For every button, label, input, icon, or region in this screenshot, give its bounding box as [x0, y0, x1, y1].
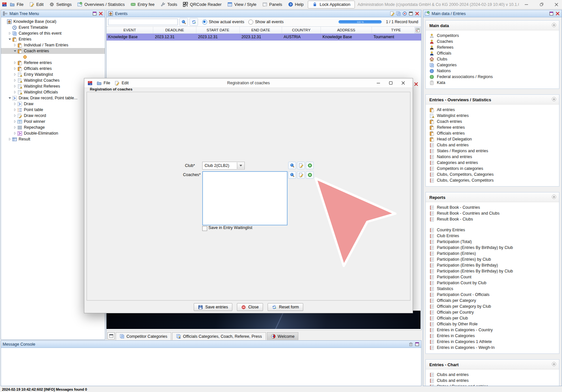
- tree-expander-icon[interactable]: [13, 79, 17, 82]
- list-item-head-of-delegation[interactable]: Head of Delegation: [429, 136, 557, 142]
- tree-item-node[interactable]: [1, 54, 105, 60]
- list-item-officials-entries[interactable]: Officials entries: [429, 130, 557, 136]
- column-header-start-date[interactable]: START DATE: [196, 27, 240, 33]
- tree-expander-icon[interactable]: [13, 126, 17, 129]
- tree-item-referee-entries[interactable]: Referee entries: [1, 60, 105, 66]
- tree-expander-icon[interactable]: [13, 120, 17, 123]
- event-row[interactable]: Knowledge Base2023.12.312023.12.312023.1…: [107, 34, 421, 41]
- tree-expander-icon[interactable]: [13, 73, 17, 76]
- refresh-button[interactable]: [190, 18, 198, 26]
- tree-expander-icon[interactable]: [13, 102, 17, 106]
- tree-expander-icon[interactable]: [13, 43, 17, 47]
- list-item-competitors-in-categories[interactable]: Competitors in categories: [429, 166, 557, 172]
- tree-expander-icon[interactable]: [13, 90, 17, 94]
- dialog-menu-file[interactable]: File: [94, 81, 112, 86]
- copy-events-icon[interactable]: [396, 11, 401, 16]
- section-title[interactable]: Entries - Overviews / Statistics: [426, 95, 559, 105]
- tree-expander-icon[interactable]: [13, 132, 17, 135]
- tree-item-individual-team-entries[interactable]: Individual / Team Entries: [1, 42, 105, 48]
- list-item-participation-count-by-club[interactable]: Participation Count by Club: [429, 280, 557, 286]
- list-item-participation-entries-by-club[interactable]: Participation (Entries) by Club: [429, 256, 557, 262]
- club-select[interactable]: Club 2(CLB2): [202, 162, 245, 170]
- list-item-clubs-and-entries[interactable]: Clubs and entries: [429, 142, 557, 148]
- save-in-entry-waitinglist-checkbox[interactable]: [202, 226, 207, 231]
- lock-application-button[interactable]: Lock Application: [308, 1, 355, 8]
- list-item-clubs-and-entries[interactable]: Clubs and entries: [429, 378, 557, 384]
- maximize-events-panel-icon[interactable]: [408, 11, 413, 16]
- menu-tools[interactable]: Tools: [157, 0, 180, 9]
- menu-view-style[interactable]: View / Style: [224, 0, 259, 9]
- column-header-deadline[interactable]: DEADLINE: [153, 27, 196, 33]
- tree-expander-icon[interactable]: [8, 38, 12, 41]
- maximize-right-panel-icon[interactable]: [549, 11, 554, 16]
- dialog-close-button[interactable]: [397, 78, 409, 88]
- dialog-menu-edit[interactable]: Edit: [112, 81, 131, 86]
- list-item-officials-per-category-by-club[interactable]: Officials per Category by Club: [429, 303, 557, 309]
- column-header-address[interactable]: ADDRESS: [321, 27, 372, 33]
- club-search-button[interactable]: [288, 162, 296, 169]
- list-item-referees[interactable]: Referees: [429, 44, 557, 50]
- section-title[interactable]: Main data: [426, 21, 559, 30]
- tree-expander-icon[interactable]: [13, 61, 17, 64]
- search-button[interactable]: [179, 18, 188, 26]
- list-item-entries-in-categories-weigh-in[interactable]: Entries in Categories - Weigh-In: [429, 345, 557, 351]
- menu-qrcode-reader[interactable]: QRCode Reader: [180, 0, 224, 9]
- list-item-clubs[interactable]: Clubs: [429, 56, 557, 62]
- list-item-categories-and-entries[interactable]: Categories and entries: [429, 160, 557, 166]
- list-item-officials-per-club[interactable]: Officials per Club: [429, 315, 557, 321]
- tab-welcome[interactable]: Welcome: [267, 332, 299, 340]
- clear-console-icon[interactable]: [408, 342, 413, 347]
- tree-expander-icon[interactable]: [13, 67, 17, 70]
- save-entries-button[interactable]: Save entries: [194, 303, 232, 311]
- list-item-categories[interactable]: Categories: [429, 62, 557, 68]
- list-item-officials-per-category[interactable]: Officials per Category: [429, 298, 557, 303]
- list-item-entries-in-categories[interactable]: Entries in Categories: [429, 333, 557, 339]
- column-options-button[interactable]: [415, 27, 421, 33]
- list-item-nations[interactable]: Nations: [429, 68, 557, 74]
- list-item-result-book-countries[interactable]: Result Book - Countries: [429, 204, 557, 210]
- list-item-referee-entries[interactable]: Referee entries: [429, 124, 557, 130]
- list-item-statistics[interactable]: Statistics: [429, 286, 557, 292]
- list-item-entries-in-categories-country[interactable]: Entries in Categories - Country: [429, 327, 557, 333]
- list-item-participation-entries[interactable]: Participation (Entries): [429, 251, 557, 256]
- coaches-add-button[interactable]: [306, 171, 314, 179]
- tree-item-officials-entries[interactable]: Officials entries: [1, 66, 105, 72]
- refresh-events-icon[interactable]: [402, 11, 407, 16]
- collapse-section-icon[interactable]: [552, 362, 556, 367]
- close-button[interactable]: Close: [237, 303, 263, 311]
- list-item-participation-entries-by-birthday-by-club[interactable]: Participation (Entries By Birthday) by C…: [429, 268, 557, 274]
- window-close-button[interactable]: [549, 0, 562, 9]
- list-item-states-regions-and-entries[interactable]: States / Regions and entries: [429, 384, 557, 386]
- list-item-coaches[interactable]: Coaches: [429, 39, 557, 44]
- column-header-end-date[interactable]: END DATE: [240, 27, 282, 33]
- dialog-minimize-button[interactable]: [372, 78, 385, 88]
- tab-competitor-categories[interactable]: Competitor Categories: [116, 332, 171, 340]
- list-item-result-book-clubs[interactable]: Result Book - Clubs: [429, 216, 557, 222]
- menu-file[interactable]: File: [7, 0, 26, 9]
- tree-item-knowledge-base-local[interactable]: Knowledge Base (local): [1, 19, 105, 24]
- list-item-result-book-countries-and-clubs[interactable]: Result Book - Countries and Clubs: [429, 210, 557, 216]
- list-item-entries-in-categories-1-athlete[interactable]: Entries in Categories 1 Athlete: [429, 339, 557, 345]
- list-item-participation-entries-by-birthday[interactable]: Participation (Entries By Birthday): [429, 262, 557, 268]
- list-item-officials-by-other-role[interactable]: Officials by Other Role: [429, 321, 557, 327]
- column-header-country[interactable]: COUNTRY: [282, 27, 321, 33]
- tree-item-entries[interactable]: Entries: [1, 36, 105, 42]
- close-events-panel-icon[interactable]: [415, 11, 420, 16]
- list-item-waitinglist-entries[interactable]: Waitinglist entries: [429, 113, 557, 119]
- list-item-club-entries[interactable]: Club Entries: [429, 233, 557, 239]
- maximize-tree-panel-icon[interactable]: [92, 11, 97, 16]
- window-restore-button[interactable]: [534, 0, 549, 9]
- menu-entry-fee[interactable]: Entry fee: [128, 0, 157, 9]
- close-right-panel-icon[interactable]: [555, 11, 560, 16]
- tree-expander-icon[interactable]: [13, 108, 17, 111]
- list-item-officials[interactable]: Officials: [429, 50, 557, 56]
- tree-expander-icon[interactable]: [13, 49, 17, 53]
- tree-item-event-timetable[interactable]: Event Timetable: [1, 24, 105, 30]
- list-item-participation-count-officials[interactable]: Participation Count - Officials: [429, 292, 557, 298]
- show-actual-events-radio[interactable]: [202, 20, 207, 24]
- tree-expander-icon[interactable]: [13, 114, 17, 117]
- list-item-all-entries[interactable]: All entries: [429, 107, 557, 113]
- collapse-section-icon[interactable]: [552, 97, 556, 102]
- show-all-events-radio[interactable]: [248, 20, 253, 24]
- tree-item-categories-of-this-event[interactable]: Categories of this event: [1, 30, 105, 36]
